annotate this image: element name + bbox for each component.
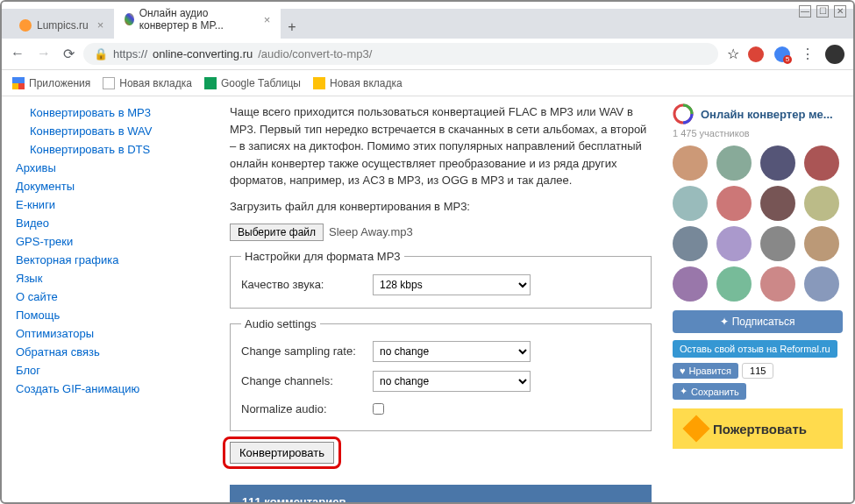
reformal-link[interactable]: Оставь свой отзыв на Reformal.ru xyxy=(673,340,837,358)
sidebar-link[interactable]: Создать GIF-анимацию xyxy=(16,380,186,398)
member-avatar[interactable] xyxy=(804,266,839,302)
vk-save-button[interactable]: ✦ Сохранить xyxy=(673,383,746,400)
bookmark-item[interactable]: Новая вкладка xyxy=(103,77,192,89)
fieldset-legend: Настройки для формата MP3 xyxy=(241,248,404,266)
member-avatar[interactable] xyxy=(804,186,839,221)
maximize-button[interactable]: ☐ xyxy=(816,5,829,18)
bookmarks-bar: Приложения Новая вкладка Google Таблицы … xyxy=(2,70,853,96)
address-bar: ← → ⟳ 🔒 https://online-converting.ru/aud… xyxy=(2,39,853,70)
choose-file-button[interactable]: Выберите файл xyxy=(230,224,324,241)
convert-button[interactable]: Конвертировать xyxy=(230,442,334,464)
sidebar-link[interactable]: Оптимизаторы xyxy=(16,324,186,343)
sidebar-link[interactable]: Видео xyxy=(16,214,186,232)
quality-label: Качество звука: xyxy=(241,276,373,294)
extension-icon[interactable] xyxy=(748,46,764,62)
description-text: Чаще всего приходится пользоваться конве… xyxy=(230,103,652,189)
close-window-button[interactable]: ✕ xyxy=(834,5,846,18)
page-icon xyxy=(103,77,115,89)
member-avatar[interactable] xyxy=(673,186,708,221)
tab-title: Lumpics.ru xyxy=(37,19,89,32)
member-avatar[interactable] xyxy=(760,146,795,181)
quality-select[interactable]: 128 kbps xyxy=(373,274,531,295)
mp3-settings-fieldset: Настройки для формата MP3 Качество звука… xyxy=(230,248,652,309)
vk-widget-header[interactable]: Онлайн конвертер ме... xyxy=(673,103,843,124)
fieldset-legend: Audio settings xyxy=(241,316,320,333)
sidebar-link[interactable]: Конвертировать в DTS xyxy=(16,140,186,159)
like-count: 115 xyxy=(742,363,773,379)
sidebar-link[interactable]: О сайте xyxy=(16,287,186,306)
url-host: online-converting.ru xyxy=(153,47,253,60)
sidebar-link[interactable]: Архивы xyxy=(16,159,186,177)
member-avatar[interactable] xyxy=(716,186,752,221)
extension-icon[interactable]: 5 xyxy=(774,46,790,62)
yandex-money-icon xyxy=(682,415,709,442)
like-button[interactable]: ♥ Нравится xyxy=(673,363,738,379)
sampling-label: Change sampling rate: xyxy=(241,343,373,360)
member-avatar[interactable] xyxy=(716,226,752,261)
sidebar-link[interactable]: Язык xyxy=(16,269,186,287)
url-protocol: https:// xyxy=(113,47,147,60)
vk-icon: ✦ xyxy=(720,316,731,328)
member-avatar[interactable] xyxy=(804,146,839,181)
sampling-select[interactable]: no change xyxy=(373,341,531,362)
forward-button[interactable]: → xyxy=(37,46,51,62)
upload-label: Загрузить файл для конвертирования в MP3… xyxy=(230,198,652,216)
sidebar-link[interactable]: Векторная графика xyxy=(16,251,186,269)
close-tab-icon[interactable]: × xyxy=(97,18,104,32)
sidebar-link[interactable]: Конвертировать в WAV xyxy=(16,122,186,140)
apps-icon xyxy=(12,77,25,89)
sidebar-link[interactable]: GPS-треки xyxy=(16,232,186,251)
bookmark-item[interactable]: Новая вкладка xyxy=(313,77,403,89)
minimize-button[interactable]: — xyxy=(799,5,811,18)
member-avatar[interactable] xyxy=(673,266,708,302)
sidebar-link[interactable]: Конвертировать в MP3 xyxy=(16,103,186,122)
widget-logo-icon xyxy=(673,103,694,124)
sidebar-link[interactable]: Обратная связь xyxy=(16,343,186,361)
member-avatar[interactable] xyxy=(804,226,839,261)
reload-button[interactable]: ⟳ xyxy=(63,46,75,62)
member-avatar[interactable] xyxy=(760,226,795,261)
tab-strip: Lumpics.ru × Онлайн аудио конвертер в MP… xyxy=(2,9,853,39)
sidebar-link[interactable]: Помощь xyxy=(16,306,186,324)
channels-select[interactable]: no change xyxy=(373,371,531,392)
sidebar-nav: Конвертировать в MP3Конвертировать в WAV… xyxy=(2,96,186,504)
page-icon xyxy=(313,77,325,89)
profile-avatar[interactable] xyxy=(825,45,844,64)
apps-button[interactable]: Приложения xyxy=(12,77,90,89)
new-tab-button[interactable]: + xyxy=(281,16,303,39)
right-sidebar: Онлайн конвертер ме... 1 475 участников … xyxy=(669,96,853,504)
normalize-label: Normalize audio: xyxy=(241,401,373,418)
browser-tab-active[interactable]: Онлайн аудио конвертер в MP... × xyxy=(114,0,281,39)
vk-subscribe-button[interactable]: ✦ Подписаться xyxy=(673,310,843,333)
member-avatar[interactable] xyxy=(716,146,752,181)
selected-filename: Sleep Away.mp3 xyxy=(329,224,413,241)
menu-icon[interactable]: ⋮ xyxy=(801,46,815,62)
donate-button[interactable]: Пожертвовать xyxy=(673,408,843,449)
sidebar-link[interactable]: Документы xyxy=(16,177,186,195)
close-tab-icon[interactable]: × xyxy=(264,13,271,26)
bookmark-item[interactable]: Google Таблицы xyxy=(204,77,301,89)
back-button[interactable]: ← xyxy=(11,46,25,62)
browser-tab-lumpics[interactable]: Lumpics.ru × xyxy=(9,11,114,39)
sheets-icon xyxy=(204,77,217,89)
bookmark-star-icon[interactable]: ☆ xyxy=(727,46,739,62)
participants-count: 1 475 участников xyxy=(673,128,843,138)
avatar-grid xyxy=(673,146,843,302)
member-avatar[interactable] xyxy=(673,146,708,181)
favicon xyxy=(125,13,133,25)
member-avatar[interactable] xyxy=(760,186,795,221)
url-path: /audio/convert-to-mp3/ xyxy=(258,47,372,60)
comments-header[interactable]: 111 комментариев xyxy=(230,485,652,505)
window-controls: — ☐ ✕ xyxy=(799,5,846,18)
url-input[interactable]: 🔒 https://online-converting.ru/audio/con… xyxy=(83,43,718,65)
tab-title: Онлайн аудио конвертер в MP... xyxy=(139,7,255,32)
member-avatar[interactable] xyxy=(673,226,708,261)
lock-icon: 🔒 xyxy=(94,47,108,60)
normalize-checkbox[interactable] xyxy=(373,403,384,415)
favicon xyxy=(19,19,32,32)
member-avatar[interactable] xyxy=(760,266,795,302)
sidebar-link[interactable]: Е-книги xyxy=(16,195,186,214)
sidebar-link[interactable]: Блог xyxy=(16,361,186,380)
main-content: Чаще всего приходится пользоваться конве… xyxy=(186,96,669,504)
member-avatar[interactable] xyxy=(716,266,752,302)
